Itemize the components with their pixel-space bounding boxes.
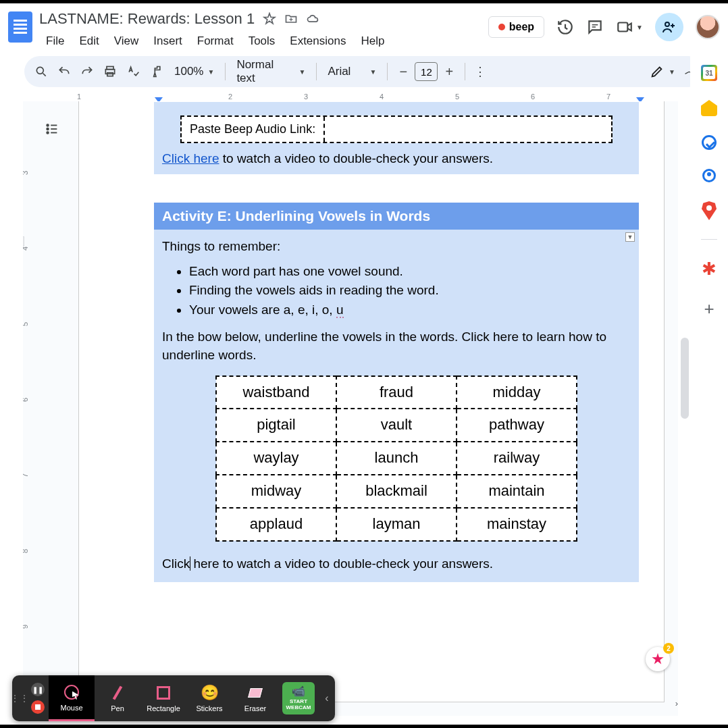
more-options-icon[interactable]: ⋮ — [473, 64, 488, 79]
word-cell[interactable]: applaud — [216, 508, 336, 541]
word-cell[interactable]: mainstay — [457, 508, 577, 541]
word-cell[interactable]: railway — [457, 442, 577, 475]
zoom-select[interactable]: 100%▼ — [172, 65, 217, 78]
document-canvas[interactable]: ⋮⋮ 3 4 5 6 7 8 9 Paste Beep Audio Link: … — [23, 101, 678, 716]
drag-handle-icon[interactable]: ⋮⋮ — [12, 675, 27, 721]
word-cell[interactable]: waylay — [216, 442, 336, 475]
print-icon[interactable] — [103, 64, 118, 79]
undo-icon[interactable] — [57, 64, 72, 79]
click-here-link[interactable]: Click here — [162, 151, 219, 165]
word-cell[interactable]: waistband — [216, 376, 336, 409]
tasks-icon[interactable] — [702, 135, 717, 150]
menu-file[interactable]: File — [39, 32, 71, 51]
vertical-scrollbar-thumb[interactable] — [681, 338, 689, 419]
font-family-select[interactable]: Arial▼ — [325, 65, 379, 78]
list-item: Each word part has one vowel sound. — [189, 263, 631, 281]
table-options-icon[interactable]: ▼ — [625, 232, 635, 242]
screencast-toolbar[interactable]: ⋮⋮ ❚❚ Mouse Pen Rectangle 😊 Stickers Era… — [12, 675, 335, 721]
menu-extensions[interactable]: Extensions — [283, 32, 353, 51]
webcam-icon: 📹 — [286, 685, 311, 698]
rectangle-tool[interactable]: Rectangle — [140, 675, 186, 721]
stickers-tool[interactable]: 😊 Stickers — [186, 675, 232, 721]
editing-mode-icon[interactable] — [650, 64, 665, 79]
activity-footer-text: Click here to watch a video to double-ch… — [162, 555, 631, 573]
menu-format[interactable]: Format — [190, 32, 240, 51]
calendar-icon[interactable] — [701, 65, 717, 81]
chevron-down-icon[interactable]: ▼ — [669, 68, 675, 76]
check-answers-text: Click here to watch a video to double-ch… — [162, 151, 631, 166]
decrease-font-icon[interactable]: − — [396, 64, 411, 79]
star-icon[interactable] — [263, 12, 276, 26]
audio-link-table[interactable]: Paste Beep Audio Link: — [180, 115, 613, 143]
chevron-down-icon[interactable]: ▼ — [636, 24, 643, 31]
explore-button[interactable]: 2 — [646, 647, 670, 671]
document-page[interactable]: Paste Beep Audio Link: Click here to wat… — [78, 101, 665, 702]
ruler-tick: 6 — [531, 93, 535, 101]
word-cell[interactable]: midday — [457, 376, 577, 409]
word-cell[interactable]: pigtail — [216, 409, 336, 442]
start-webcam-button[interactable]: 📹 STARTWEBCAM — [278, 675, 319, 721]
stop-record-button[interactable] — [31, 700, 45, 714]
pen-tool[interactable]: Pen — [95, 675, 140, 721]
pause-button[interactable]: ❚❚ — [31, 683, 45, 696]
menu-view[interactable]: View — [107, 32, 146, 51]
paint-format-icon[interactable] — [149, 64, 163, 79]
word-cell[interactable]: layman — [336, 508, 457, 541]
cloud-status-icon[interactable] — [306, 12, 319, 26]
eraser-icon — [248, 688, 263, 698]
spellcheck-icon[interactable] — [126, 64, 140, 79]
word-cell[interactable]: vault — [336, 409, 457, 442]
menu-tools[interactable]: Tools — [242, 32, 282, 51]
search-icon[interactable] — [34, 64, 49, 79]
scroll-right-icon[interactable]: › — [675, 698, 678, 708]
activity-e-header: Activity E: Underlining Vowels in Words — [154, 203, 639, 230]
ruler-tick: 1 — [77, 93, 81, 101]
paragraph-style-select[interactable]: Normal text▼ — [234, 58, 308, 85]
get-addons-icon[interactable]: + — [704, 298, 714, 319]
table-drag-handle[interactable]: ⋮⋮ — [23, 236, 24, 246]
redo-icon[interactable] — [80, 64, 95, 79]
menu-edit[interactable]: Edit — [72, 32, 105, 51]
vruler-tick: 7 — [23, 473, 29, 477]
app-header: LASTNAME: Rewards: Lesson 1 File Edit Vi… — [0, 3, 728, 51]
menu-help[interactable]: Help — [354, 32, 391, 51]
addon-star-icon[interactable]: ✱ — [702, 259, 717, 280]
font-size-input[interactable]: 12 — [415, 62, 438, 81]
word-cell[interactable]: maintain — [457, 475, 577, 508]
tool-label: Eraser — [244, 704, 266, 712]
collapse-toolbar-icon[interactable]: ‹ — [319, 675, 335, 721]
activity-e-block: Activity E: Underlining Vowels in Words … — [153, 202, 640, 583]
beep-extension-button[interactable]: beep — [488, 16, 544, 38]
keep-icon[interactable] — [701, 100, 717, 116]
audio-link-label: Paste Beep Audio Link: — [182, 117, 325, 142]
eraser-tool[interactable]: Eraser — [232, 675, 278, 721]
word-cell[interactable]: launch — [336, 442, 457, 475]
increase-font-icon[interactable]: + — [442, 64, 457, 79]
contacts-icon[interactable] — [702, 169, 716, 182]
docs-logo-icon[interactable] — [8, 11, 32, 43]
list-item: Finding the vowels aids in reading the w… — [189, 282, 631, 300]
comments-icon[interactable] — [586, 18, 604, 36]
menu-insert[interactable]: Insert — [147, 32, 189, 51]
side-divider — [701, 239, 717, 240]
vowels-words-table[interactable]: waistband fraud midday pigtail vault pat… — [215, 375, 577, 542]
maps-icon[interactable] — [702, 201, 717, 220]
svg-rect-0 — [618, 23, 627, 32]
account-avatar[interactable] — [696, 15, 720, 39]
history-icon[interactable] — [556, 18, 574, 36]
share-button[interactable] — [655, 13, 683, 41]
word-cell[interactable]: blackmail — [336, 475, 457, 508]
tool-label: Mouse — [60, 704, 82, 712]
mouse-tool[interactable]: Mouse — [49, 675, 95, 721]
vruler-tick: 4 — [23, 246, 29, 251]
word-cell[interactable]: fraud — [336, 376, 457, 409]
outline-toggle-icon[interactable] — [43, 122, 63, 139]
formatting-toolbar: 100%▼ Normal text▼ Arial▼ − 12 + ⋮ ▼ ︿ — [24, 56, 704, 87]
word-cell[interactable]: pathway — [457, 409, 577, 442]
meet-icon[interactable] — [616, 18, 633, 36]
audio-link-input-cell[interactable] — [325, 117, 611, 142]
document-title[interactable]: LASTNAME: Rewards: Lesson 1 — [39, 10, 255, 28]
move-folder-icon[interactable] — [284, 12, 298, 26]
list-item: Your vowels are a, e, i, o, u — [189, 301, 631, 319]
word-cell[interactable]: midway — [216, 475, 336, 508]
